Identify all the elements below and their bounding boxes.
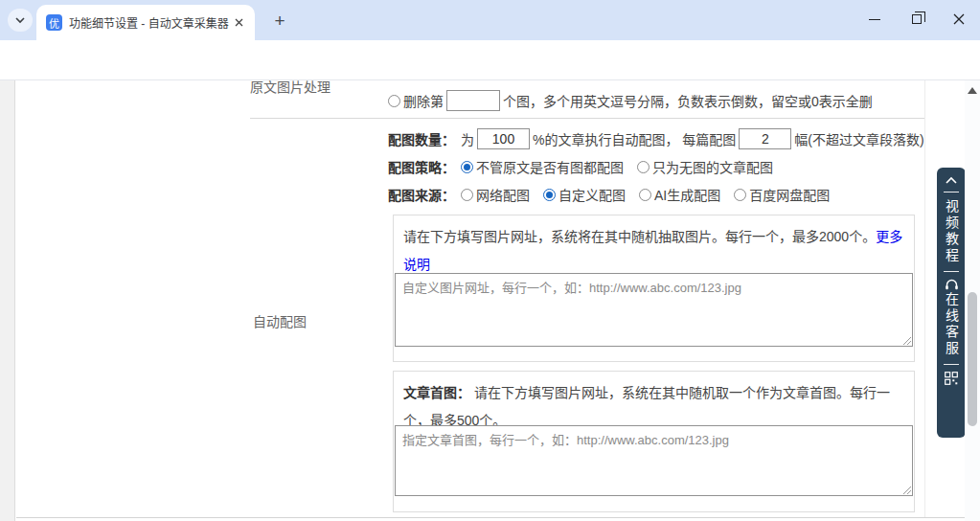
delete-image-index-input[interactable] (446, 90, 500, 111)
widget-divider (944, 192, 959, 193)
strategy-label: 配图策略： (388, 157, 455, 176)
widget-divider (944, 364, 959, 365)
tab-close-icon[interactable] (230, 14, 247, 32)
browser-tab-active[interactable]: 优 功能细节设置 - 自动文章采集器 (36, 5, 255, 40)
table-right-border (924, 80, 925, 518)
window-restore-button[interactable] (896, 0, 938, 38)
settings-page: 原文图片处理 删除第 个图，多个用英文逗号分隔，负数表示倒数，留空或0表示全删 … (0, 80, 980, 521)
minimize-icon (869, 19, 880, 20)
custom-image-urls-textarea[interactable] (395, 273, 913, 347)
radio-always-add-images[interactable] (461, 161, 473, 173)
delete-option-prefix: 删除第 (403, 91, 444, 110)
scrollbar-up-arrow[interactable] (968, 87, 977, 94)
strategy-option-only-no-image[interactable]: 只为无图的文章配图 (637, 157, 773, 176)
source-option-web[interactable]: 网络配图 (461, 185, 530, 204)
page-scrollbar[interactable] (965, 80, 980, 521)
restore-icon (912, 14, 922, 24)
chevron-up-icon[interactable] (945, 176, 958, 185)
radio-ai-generated-images[interactable] (639, 189, 651, 201)
label-original-image-processing: 原文图片处理 (250, 80, 330, 96)
radio-baidu-pan-images[interactable] (734, 189, 746, 201)
video-tutorial-link[interactable]: 视频教程 (944, 199, 959, 264)
custom-image-instruction: 请在下方填写图片网址，系统将在其中随机抽取图片。每行一个，最多2000个。更多说… (394, 215, 914, 279)
radio-delete-nth-image[interactable] (388, 95, 400, 107)
strategy-option-always[interactable]: 不管原文是否有图都配图 (461, 157, 624, 176)
delete-image-option-row: 删除第 个图，多个用英文逗号分隔，负数表示倒数，留空或0表示全删 (388, 88, 873, 113)
radio-custom-images[interactable] (543, 189, 556, 201)
source-option-label: 网络配图 (476, 185, 530, 204)
custom-image-textarea-wrap (395, 273, 913, 347)
source-option-baidu-pan[interactable]: 百度网盘配图 (734, 185, 830, 204)
percent-input[interactable] (477, 128, 530, 149)
source-option-label: 百度网盘配图 (749, 185, 830, 204)
tab-search-button[interactable] (8, 9, 33, 32)
chevron-down-icon (14, 16, 26, 24)
source-option-custom[interactable]: 自定义配图 (543, 185, 626, 204)
image-quantity-row: 配图数量： 为 %的文章执行自动配图， 每篇配图 幅(不超过文章段落数) (388, 126, 924, 151)
source-label: 配图来源： (388, 185, 455, 204)
radio-web-images[interactable] (461, 189, 473, 201)
browser-tab-bar: 优 功能细节设置 - 自动文章采集器 + (0, 0, 980, 40)
scrollbar-thumb[interactable] (968, 292, 977, 426)
window-controls (854, 0, 980, 38)
first-image-instruction-text: 请在下方填写图片网址，系统在其中随机取一个作为文章首图。每行一个，最多500个。 (403, 385, 890, 428)
source-option-ai[interactable]: AI生成配图 (639, 185, 720, 204)
image-strategy-row: 配图策略： 不管原文是否有图都配图 只为无图的文章配图 (388, 154, 786, 179)
close-icon (953, 13, 965, 25)
delete-option-suffix: 个图，多个用英文逗号分隔，负数表示倒数，留空或0表示全删 (503, 91, 873, 110)
widget-divider (944, 271, 959, 272)
label-auto-image: 自动配图 (253, 311, 307, 330)
quantity-label: 配图数量： (388, 129, 455, 148)
online-service-link[interactable]: 在线客服 (944, 292, 959, 357)
custom-image-instruction-text: 请在下方填写图片网址，系统将在其中随机抽取图片。每行一个，最多2000个。 (403, 229, 876, 244)
quantity-after-text: 幅(不超过文章段落数) (794, 129, 923, 148)
page-left-gutter (0, 80, 15, 521)
headset-icon[interactable] (945, 279, 959, 292)
floating-help-widget: 视频教程 在线客服 (937, 168, 966, 438)
first-image-textarea-wrap (395, 425, 913, 496)
window-minimize-button[interactable] (854, 0, 896, 38)
image-source-row: 配图来源： 网络配图 自定义配图 AI生成配图 百度网盘配图 (388, 182, 843, 207)
strategy-option-label: 只为无图的文章配图 (652, 157, 773, 176)
radio-only-no-image-articles[interactable] (637, 161, 650, 173)
source-option-label: 自定义配图 (558, 185, 626, 204)
first-image-label: 文章首图： (403, 385, 470, 400)
window-close-button[interactable] (938, 0, 980, 38)
strategy-option-label: 不管原文是否有图都配图 (476, 157, 624, 176)
site-favicon: 优 (46, 14, 62, 31)
images-per-article-input[interactable] (739, 128, 791, 149)
row-divider (250, 118, 924, 119)
quantity-before-text: 为 (461, 129, 474, 148)
tab-title: 功能细节设置 - 自动文章采集器 (69, 14, 230, 31)
browser-toolbar: ucaiyun.com/caiji/settings/ ☆ 井 (0, 40, 980, 80)
source-option-label: AI生成配图 (654, 185, 720, 204)
quantity-middle-text: %的文章执行自动配图， 每篇配图 (533, 129, 736, 148)
bottom-row-divider (16, 517, 965, 518)
qr-code-icon[interactable] (945, 372, 958, 385)
first-image-url-box: 文章首图： 请在下方填写图片网址，系统在其中随机取一个作为文章首图。每行一个，最… (393, 371, 915, 512)
first-image-urls-textarea[interactable] (395, 425, 913, 496)
new-tab-button[interactable]: + (268, 10, 291, 33)
custom-image-url-box: 请在下方填写图片网址，系统将在其中随机抽取图片。每行一个，最多2000个。更多说… (393, 215, 915, 362)
